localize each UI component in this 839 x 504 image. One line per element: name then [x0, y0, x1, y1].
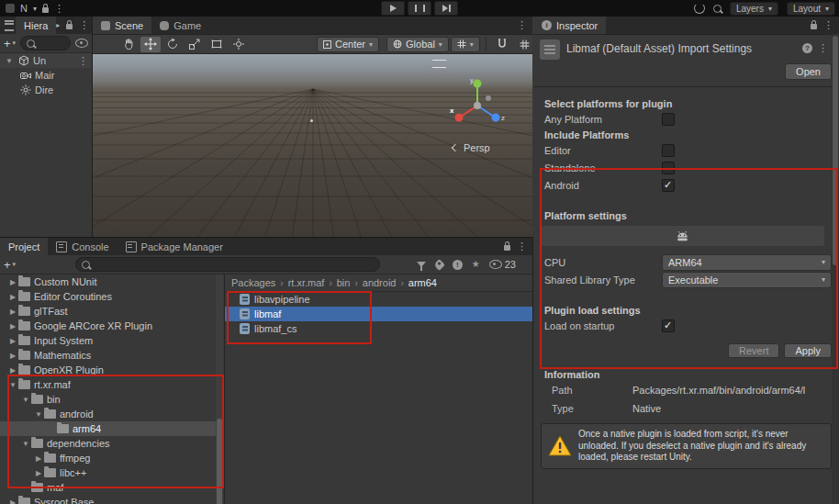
overflow-menu-icon[interactable]: ⋮: [517, 19, 527, 31]
overflow-menu-icon[interactable]: ⋮: [79, 19, 89, 31]
layout-dropdown[interactable]: Layout ▾: [787, 2, 835, 16]
tab-console[interactable]: Console: [48, 238, 117, 255]
hidden-count-toggle[interactable]: 23: [489, 259, 516, 270]
inspector-scrollbar[interactable]: [832, 34, 839, 504]
shared-library-dropdown[interactable]: Executable ▾: [662, 272, 832, 288]
step-button[interactable]: [434, 1, 458, 16]
overflow-menu-icon[interactable]: ⋮: [54, 3, 64, 15]
tree-item[interactable]: ▶glTFast: [0, 304, 216, 319]
hierarchy-item-directional-light[interactable]: Dire: [0, 83, 92, 97]
android-icon[interactable]: [676, 230, 689, 242]
tree-item[interactable]: ▶libc++: [0, 465, 216, 480]
hierarchy-item-main-camera[interactable]: Mair: [0, 68, 92, 83]
any-platform-checkbox[interactable]: [662, 113, 675, 126]
revert-button[interactable]: Revert: [728, 343, 779, 358]
open-button[interactable]: Open: [785, 63, 832, 80]
lock-icon[interactable]: [811, 24, 817, 29]
tab-package-manager[interactable]: Package Manager: [117, 238, 231, 255]
projection-mode[interactable]: Persp: [453, 142, 490, 153]
tab-hierarchy[interactable]: Hiera: [16, 17, 56, 34]
add-button[interactable]: + ▾: [4, 258, 16, 272]
lock-icon[interactable]: [42, 7, 49, 13]
tab-scene[interactable]: Scene: [93, 17, 151, 34]
standalone-checkbox[interactable]: [662, 162, 675, 174]
android-checkbox[interactable]: [662, 179, 675, 192]
apply-revert-row: Revert Apply: [533, 343, 832, 358]
tab-game[interactable]: Game: [151, 17, 209, 34]
overflow-menu-icon[interactable]: ⋮: [818, 42, 828, 54]
tree-item[interactable]: ▶Mathematics: [0, 348, 216, 363]
favorites-icon[interactable]: ★: [472, 260, 480, 269]
tree-item[interactable]: ▶Google ARCore XR Plugin: [0, 319, 216, 333]
tree-item[interactable]: maf: [0, 480, 216, 495]
lock-icon[interactable]: [66, 24, 73, 29]
tree-item-selected[interactable]: arm64: [0, 421, 216, 436]
rect-tool-button[interactable]: [207, 37, 227, 52]
move-tool-button[interactable]: [140, 37, 161, 52]
scene-canvas[interactable]: y x z Persp: [93, 54, 532, 237]
grid-visibility-dropdown[interactable]: ▾: [451, 37, 480, 52]
tree-item[interactable]: ▶Input System: [0, 333, 216, 348]
file-row[interactable]: libmaf_cs: [225, 321, 532, 336]
rotate-tool-button[interactable]: [162, 37, 183, 52]
hierarchy-scene-row[interactable]: ▼ Un ⋮: [0, 53, 92, 68]
tree-item[interactable]: ▶Sysroot Base: [0, 495, 216, 504]
transform-tool-button[interactable]: [229, 37, 249, 52]
scale-tool-button[interactable]: [185, 37, 205, 52]
expand-arrow[interactable]: ▼: [4, 57, 15, 65]
apply-button[interactable]: Apply: [784, 343, 832, 358]
tree-item[interactable]: ▶Editor Coroutines: [0, 289, 216, 304]
overflow-menu-icon[interactable]: ⋮: [823, 19, 833, 31]
project-tree-scrollbar[interactable]: [216, 274, 223, 504]
add-button[interactable]: + ▾: [4, 37, 16, 50]
crumb[interactable]: bin: [337, 277, 351, 288]
scene-visibility-icon[interactable]: [75, 39, 88, 48]
search-icon[interactable]: [713, 5, 722, 13]
scrollbar-thumb[interactable]: [217, 419, 222, 504]
scrollbar-thumb[interactable]: [833, 36, 838, 265]
history-icon[interactable]: [694, 3, 705, 14]
label-icon[interactable]: [433, 259, 445, 271]
layers-dropdown[interactable]: Layers ▾: [730, 2, 778, 16]
file-row[interactable]: libavpipeline: [225, 292, 532, 307]
folder-icon: [18, 351, 30, 360]
project-search-input[interactable]: [75, 257, 380, 272]
tab-project[interactable]: Project: [0, 238, 48, 255]
crumb[interactable]: rt.xr.maf: [288, 277, 325, 288]
overflow-menu-icon[interactable]: ⋮: [78, 55, 92, 67]
tree-item[interactable]: ▶Custom NUnit: [0, 274, 216, 289]
info-filter-icon[interactable]: !: [453, 260, 463, 270]
crumb[interactable]: android: [363, 277, 397, 288]
tool-handle-position-dropdown[interactable]: Center ▾: [317, 37, 379, 52]
tree-item[interactable]: ▼dependencies: [0, 436, 216, 451]
grid-snap-button[interactable]: [515, 37, 532, 52]
crumb[interactable]: Packages: [231, 277, 275, 288]
search-by-type-icon[interactable]: [417, 262, 426, 267]
cpu-dropdown[interactable]: ARM64 ▾: [662, 254, 832, 271]
app-grid-icon[interactable]: [6, 4, 15, 13]
editor-checkbox[interactable]: [662, 144, 675, 157]
hamburger-icon[interactable]: [5, 20, 14, 31]
crumb-current[interactable]: arm64: [408, 277, 437, 288]
tool-handle-rotation-dropdown[interactable]: Global ▾: [386, 37, 449, 52]
tree-item[interactable]: ▼bin: [0, 392, 216, 407]
tree-item[interactable]: ▼rt.xr.maf: [0, 377, 216, 392]
tab-inspector[interactable]: i Inspector: [533, 17, 606, 34]
snap-magnet-button[interactable]: [492, 37, 512, 52]
help-icon[interactable]: ?: [802, 43, 812, 53]
load-on-startup-checkbox[interactable]: [662, 319, 675, 332]
lock-icon[interactable]: [504, 245, 510, 251]
hierarchy-search-input[interactable]: [20, 36, 71, 50]
play-button[interactable]: [381, 1, 405, 16]
hand-tool-button[interactable]: [118, 37, 139, 52]
file-row-selected[interactable]: libmaf: [225, 307, 532, 321]
scene-camera-menu-icon[interactable]: [432, 60, 446, 68]
chevron-down-icon[interactable]: ▾: [33, 5, 37, 13]
tree-item[interactable]: ▶OpenXR Plugin: [0, 363, 216, 377]
overflow-menu-icon[interactable]: ⋮: [517, 241, 527, 252]
tree-item[interactable]: ▼android: [0, 407, 216, 421]
orientation-gizmo[interactable]: y x z: [448, 74, 507, 133]
tree-item[interactable]: ▶ffmpeg: [0, 451, 216, 465]
chevron-right-icon[interactable]: ▸: [56, 21, 60, 29]
pause-button[interactable]: [408, 1, 431, 16]
